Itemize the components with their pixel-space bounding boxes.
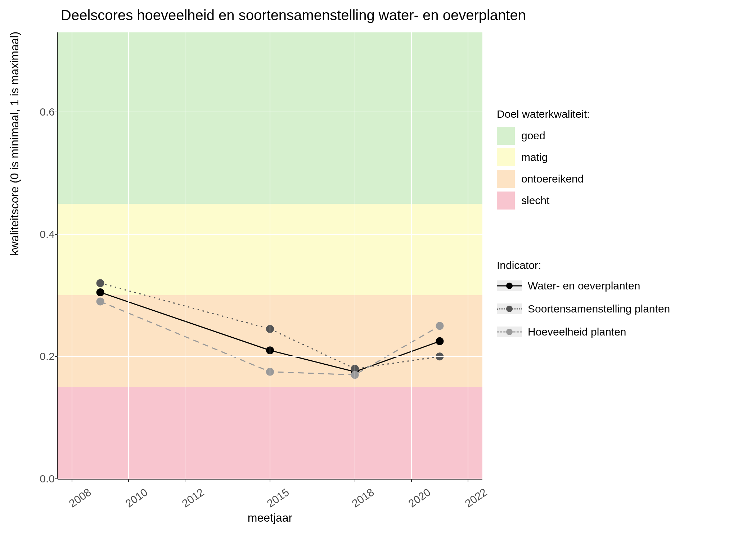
- legend-label: goed: [521, 130, 545, 142]
- legend-quality-items: goedmatigontoereikendslecht: [497, 127, 590, 210]
- x-tick-mark: [468, 479, 468, 482]
- x-tick-label: 2012: [176, 486, 207, 513]
- gridline-v: [270, 32, 270, 479]
- series-point: [436, 322, 444, 330]
- gridline-v: [72, 32, 72, 479]
- y-tick-mark: [55, 356, 58, 357]
- x-tick-mark: [411, 479, 412, 482]
- y-tick-mark: [55, 112, 58, 112]
- series-point: [96, 279, 104, 287]
- legend-swatch: [497, 127, 515, 145]
- chart-container: Deelscores hoeveelheid en soortensamenst…: [0, 0, 756, 540]
- y-axis-line: [57, 32, 58, 479]
- x-tick-mark: [355, 479, 355, 482]
- x-tick-label: 2022: [459, 486, 489, 513]
- y-axis-label: kwaliteitscore (0 is minimaal, 1 is maxi…: [8, 32, 21, 256]
- x-tick-mark: [185, 479, 185, 482]
- legend-label: ontoereikend: [521, 173, 584, 185]
- x-tick-label: 2015: [261, 486, 291, 513]
- legend-indicator-items: Water- en oeverplantenSoortensamenstelli…: [497, 278, 670, 340]
- x-tick-mark: [128, 479, 129, 482]
- y-tick-label: 0.4: [19, 228, 55, 240]
- gridline-v: [468, 32, 468, 479]
- legend-indicator: Indicator: Water- en oeverplantenSoorten…: [497, 259, 670, 347]
- y-tick-label: 0.2: [19, 350, 55, 363]
- legend-label: matig: [521, 151, 548, 163]
- legend-quality: Doel waterkwaliteit: goedmatigontoereike…: [497, 108, 590, 213]
- legend-label: Hoeveelheid planten: [528, 326, 626, 338]
- y-tick-label: 0.0: [19, 473, 55, 485]
- legend-label: Soortensamenstelling planten: [528, 303, 670, 315]
- legend-quality-item: matig: [497, 148, 590, 166]
- legend-quality-title: Doel waterkwaliteit:: [497, 108, 590, 120]
- gridline-v: [128, 32, 129, 479]
- legend-label: slecht: [521, 194, 549, 207]
- legend-label: Water- en oeverplanten: [528, 280, 640, 292]
- y-tick-mark: [55, 234, 58, 235]
- legend-quality-item: ontoereikend: [497, 170, 590, 188]
- legend-swatch: [497, 148, 515, 166]
- series-point: [96, 288, 104, 296]
- legend-swatch: [497, 170, 515, 188]
- legend-indicator-item: Hoeveelheid planten: [497, 324, 670, 340]
- series-point: [96, 297, 104, 305]
- gridline-v: [185, 32, 185, 479]
- legend-swatch: [497, 192, 515, 210]
- legend-indicator-title: Indicator:: [497, 259, 670, 271]
- legend-line-sample: [497, 303, 522, 314]
- x-tick-mark: [270, 479, 270, 482]
- x-tick-label: 2018: [346, 486, 376, 513]
- x-tick-label: 2020: [402, 486, 433, 513]
- legend-line-sample: [497, 280, 522, 291]
- plot-area: [58, 32, 482, 479]
- series-point: [436, 337, 444, 345]
- gridline-v: [355, 32, 355, 479]
- gridline-v: [411, 32, 412, 479]
- legend-indicator-item: Soortensamenstelling planten: [497, 301, 670, 317]
- x-tick-mark: [72, 479, 72, 482]
- x-tick-label: 2008: [63, 486, 93, 513]
- legend-quality-item: slecht: [497, 192, 590, 210]
- x-axis-label: meetjaar: [58, 511, 482, 525]
- y-tick-mark: [55, 478, 58, 479]
- legend-indicator-item: Water- en oeverplanten: [497, 278, 670, 294]
- y-tick-label: 0.6: [19, 106, 55, 118]
- legend-quality-item: goed: [497, 127, 590, 145]
- x-tick-label: 2010: [120, 486, 150, 513]
- legend-line-sample: [497, 327, 522, 337]
- chart-title: Deelscores hoeveelheid en soortensamenst…: [50, 7, 536, 23]
